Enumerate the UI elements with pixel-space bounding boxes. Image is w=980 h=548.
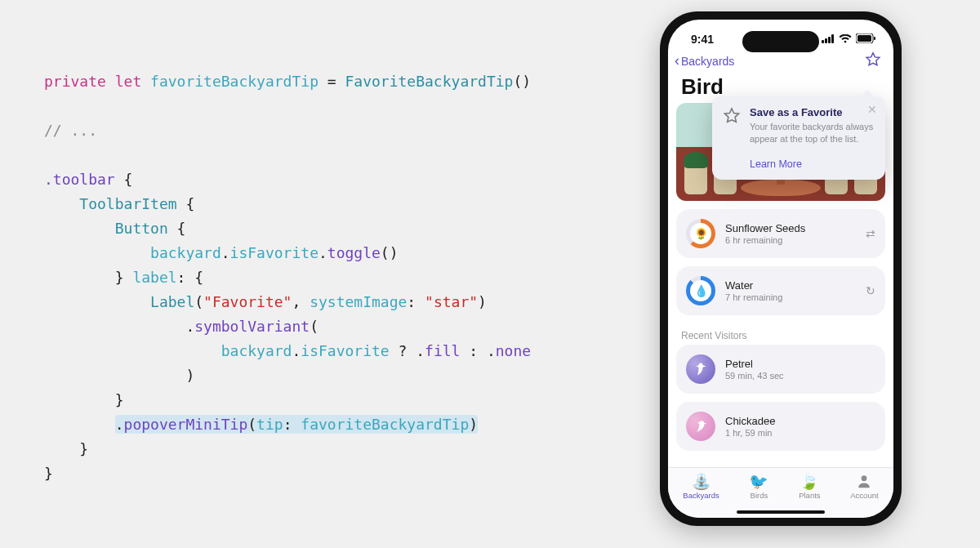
account-icon — [856, 473, 872, 489]
svg-rect-1 — [825, 38, 827, 43]
reload-icon[interactable]: ↻ — [866, 284, 875, 297]
drop-icon: 💧 — [690, 280, 711, 301]
screen: 9:41 ‹Backyards Bird — [668, 20, 893, 518]
popoverMiniTip: popoverMiniTip — [124, 416, 248, 433]
bird-avatar-petrel — [686, 354, 715, 384]
bird-avatar-chickadee — [686, 412, 715, 441]
svg-rect-6 — [874, 37, 875, 40]
tab-backyards[interactable]: ⛲ Backyards — [683, 473, 719, 500]
tip-title: Save as a Favorite — [750, 106, 875, 118]
nav-bar: ‹Backyards — [668, 49, 893, 73]
toolbar-mod: .toolbar — [44, 171, 115, 188]
birds-icon: 🐦 — [749, 473, 768, 489]
water-title: Water — [725, 279, 782, 292]
eq: = — [327, 73, 336, 90]
dynamic-island — [742, 31, 819, 52]
back-button[interactable]: ‹Backyards — [675, 52, 734, 69]
iphone-mock: 9:41 ‹Backyards Bird — [660, 11, 902, 526]
learn-more-link[interactable]: Learn More — [750, 158, 875, 170]
type-init: FavoriteBackyardTip — [345, 73, 514, 90]
star-icon — [722, 106, 742, 145]
seeds-title: Sunflower Seeds — [725, 222, 805, 234]
comment: // ... — [44, 122, 97, 139]
visitors-list: Petrel 59 min, 43 sec Chickadee 1 hr, 59… — [668, 345, 893, 451]
var-name: favoriteBackyardTip — [150, 73, 318, 90]
tab-plants[interactable]: 🍃 Plants — [799, 473, 820, 500]
visitor-petrel[interactable]: Petrel 59 min, 43 sec — [676, 345, 885, 394]
water-sub: 7 hr remaining — [725, 292, 782, 302]
battery-icon — [856, 33, 875, 46]
kw-let: let — [115, 73, 142, 90]
seeds-sub: 6 hr remaining — [725, 235, 805, 245]
Label: Label — [150, 293, 194, 310]
tab-bar: ⛲ Backyards 🐦 Birds 🍃 Plants Account — [668, 467, 893, 518]
close-icon[interactable]: ✕ — [867, 103, 877, 116]
progress-ring-seeds: 🌻 — [686, 219, 715, 248]
tab-account[interactable]: Account — [850, 473, 878, 500]
backyards-icon: ⛲ — [692, 473, 711, 489]
svg-point-7 — [862, 475, 867, 481]
visitor-chickadee[interactable]: Chickadee 1 hr, 59 min — [676, 402, 885, 451]
kw-private: private — [44, 73, 106, 90]
wifi-icon — [839, 33, 852, 46]
svg-rect-2 — [828, 37, 831, 43]
supply-seeds-card[interactable]: 🌻 Sunflower Seeds 6 hr remaining ⇄ — [676, 209, 885, 258]
svg-rect-5 — [858, 35, 871, 42]
visitor1-name: Petrel — [725, 358, 784, 370]
seed-icon: 🌻 — [690, 223, 711, 244]
chevron-left-icon: ‹ — [675, 52, 679, 69]
Button: Button — [115, 220, 168, 237]
parens: () — [513, 73, 531, 90]
svg-rect-0 — [822, 40, 824, 43]
status-time: 9:41 — [691, 33, 714, 46]
tip-popover: ✕ Save as a Favorite Your favorite backy… — [712, 96, 885, 180]
visitor1-time: 59 min, 43 sec — [725, 371, 784, 381]
progress-ring-water: 💧 — [686, 276, 715, 305]
swap-icon[interactable]: ⇄ — [866, 227, 875, 240]
home-indicator — [737, 510, 825, 514]
signal-icon — [822, 33, 835, 46]
swift-code-block: private let favoriteBackyardTip = Favori… — [44, 45, 616, 486]
tab-birds[interactable]: 🐦 Birds — [749, 473, 768, 500]
visitor2-name: Chickadee — [725, 415, 775, 427]
ToolbarItem: ToolbarItem — [79, 195, 176, 212]
svg-rect-3 — [831, 34, 834, 43]
supply-list: 🌻 Sunflower Seeds 6 hr remaining ⇄ 💧 Wat… — [668, 201, 893, 315]
star-nav-icon[interactable] — [864, 51, 882, 71]
visitor2-time: 1 hr, 59 min — [725, 428, 775, 438]
tip-subtitle: Your favorite backyards always appear at… — [750, 121, 875, 145]
plants-icon: 🍃 — [800, 473, 819, 489]
visitors-header: Recent Visitors — [668, 323, 893, 345]
supply-water-card[interactable]: 💧 Water 7 hr remaining ↻ — [676, 266, 885, 315]
